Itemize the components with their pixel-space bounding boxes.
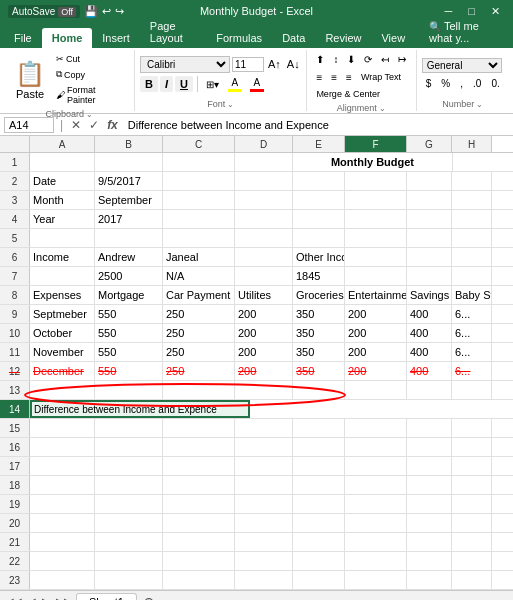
select-all-button[interactable]: [0, 136, 30, 152]
align-middle-button[interactable]: ↕: [329, 52, 342, 67]
paste-button[interactable]: 📋 Paste: [10, 57, 50, 103]
col-header-e[interactable]: E: [293, 136, 345, 152]
cell-f13[interactable]: [345, 381, 407, 399]
cell-e1[interactable]: Monthly Budget: [293, 153, 453, 171]
cell-a6[interactable]: Income: [30, 248, 95, 266]
copy-button[interactable]: ⧉ Copy: [52, 67, 128, 82]
cell-f3[interactable]: [345, 191, 407, 209]
sheet-nav-first[interactable]: ◀◀: [4, 596, 24, 600]
row-header-1[interactable]: 1: [0, 153, 30, 171]
cell-c2[interactable]: [163, 172, 235, 190]
cell-a3[interactable]: Month: [30, 191, 95, 209]
formula-input[interactable]: [124, 118, 509, 132]
cell-e7[interactable]: 1845: [293, 267, 345, 285]
cell-b5[interactable]: [95, 229, 163, 247]
cell-f2[interactable]: [345, 172, 407, 190]
redo-icon[interactable]: ↪: [115, 5, 124, 18]
cell-b9[interactable]: 550: [95, 305, 163, 323]
row-header-6[interactable]: 6: [0, 248, 30, 266]
row-header-5[interactable]: 5: [0, 229, 30, 247]
cell-g5[interactable]: [407, 229, 452, 247]
cell-g2[interactable]: [407, 172, 452, 190]
cell-b10[interactable]: 550: [95, 324, 163, 342]
cell-a15[interactable]: [30, 419, 95, 437]
col-header-f[interactable]: F: [345, 136, 407, 152]
cell-h6[interactable]: [452, 248, 492, 266]
text-direction-button[interactable]: ⟳: [360, 52, 376, 67]
wrap-text-button[interactable]: Wrap Text: [357, 69, 405, 85]
cell-d10[interactable]: 200: [235, 324, 293, 342]
cell-c11[interactable]: 250: [163, 343, 235, 361]
cell-b4[interactable]: 2017: [95, 210, 163, 228]
cell-b12[interactable]: 550: [95, 362, 163, 380]
cell-b6[interactable]: Andrew: [95, 248, 163, 266]
row-header-8[interactable]: 8: [0, 286, 30, 304]
cell-c15[interactable]: [163, 419, 235, 437]
cell-c5[interactable]: [163, 229, 235, 247]
cell-d5[interactable]: [235, 229, 293, 247]
font-color-button[interactable]: A: [247, 75, 267, 94]
cell-h13[interactable]: [452, 381, 492, 399]
cell-g15[interactable]: [407, 419, 452, 437]
cell-b1[interactable]: [95, 153, 163, 171]
undo-icon[interactable]: ↩: [102, 5, 111, 18]
cell-d2[interactable]: [235, 172, 293, 190]
cell-a13[interactable]: [30, 381, 95, 399]
row-header-2[interactable]: 2: [0, 172, 30, 190]
col-header-a[interactable]: A: [30, 136, 95, 152]
row-header-15[interactable]: 15: [0, 419, 30, 437]
col-header-h[interactable]: H: [452, 136, 492, 152]
cell-f4[interactable]: [345, 210, 407, 228]
row-header-4[interactable]: 4: [0, 210, 30, 228]
cell-g13[interactable]: [407, 381, 452, 399]
cell-h12[interactable]: 6...: [452, 362, 492, 380]
cell-b11[interactable]: 550: [95, 343, 163, 361]
confirm-formula-icon[interactable]: ✓: [87, 118, 101, 132]
cell-a9[interactable]: Septmeber: [30, 305, 95, 323]
sheet-nav-prev[interactable]: ◀: [26, 596, 38, 600]
tab-home[interactable]: Home: [42, 28, 93, 48]
comma-button[interactable]: ,: [456, 75, 467, 92]
cell-d8[interactable]: Utilites: [235, 286, 293, 304]
cell-reference-input[interactable]: [4, 117, 54, 133]
cell-c13[interactable]: [163, 381, 235, 399]
cell-c12[interactable]: 250: [163, 362, 235, 380]
increase-font-size-button[interactable]: A↑: [266, 58, 283, 70]
cell-f7[interactable]: [345, 267, 407, 285]
cell-h10[interactable]: 6...: [452, 324, 492, 342]
row-header-13[interactable]: 13: [0, 381, 30, 399]
cell-d12[interactable]: 200: [235, 362, 293, 380]
save-icon[interactable]: 💾: [84, 5, 98, 18]
col-header-b[interactable]: B: [95, 136, 163, 152]
cell-h7[interactable]: [452, 267, 492, 285]
cell-a1[interactable]: [30, 153, 95, 171]
cell-g6[interactable]: [407, 248, 452, 266]
cell-b7[interactable]: 2500: [95, 267, 163, 285]
cell-e3[interactable]: [293, 191, 345, 209]
cell-c1[interactable]: [163, 153, 235, 171]
cell-g3[interactable]: [407, 191, 452, 209]
tab-view[interactable]: View: [371, 28, 415, 48]
tab-data[interactable]: Data: [272, 28, 315, 48]
percent-button[interactable]: %: [437, 75, 454, 92]
cell-h3[interactable]: [452, 191, 492, 209]
cancel-formula-icon[interactable]: ✕: [69, 118, 83, 132]
cell-e15[interactable]: [293, 419, 345, 437]
cell-d15[interactable]: [235, 419, 293, 437]
cell-d9[interactable]: 200: [235, 305, 293, 323]
cell-e9[interactable]: 350: [293, 305, 345, 323]
cell-e10[interactable]: 350: [293, 324, 345, 342]
cell-h15[interactable]: [452, 419, 492, 437]
cell-a12[interactable]: December: [30, 362, 95, 380]
row-header-10[interactable]: 10: [0, 324, 30, 342]
align-top-button[interactable]: ⬆: [312, 52, 328, 67]
cell-c10[interactable]: 250: [163, 324, 235, 342]
align-bottom-button[interactable]: ⬇: [343, 52, 359, 67]
cell-d6[interactable]: [235, 248, 293, 266]
add-sheet-button[interactable]: ⊕: [139, 594, 159, 601]
tab-review[interactable]: Review: [315, 28, 371, 48]
cell-f12[interactable]: 200: [345, 362, 407, 380]
cell-h9[interactable]: 6...: [452, 305, 492, 323]
cell-e13[interactable]: [293, 381, 345, 399]
cell-e12[interactable]: 350: [293, 362, 345, 380]
